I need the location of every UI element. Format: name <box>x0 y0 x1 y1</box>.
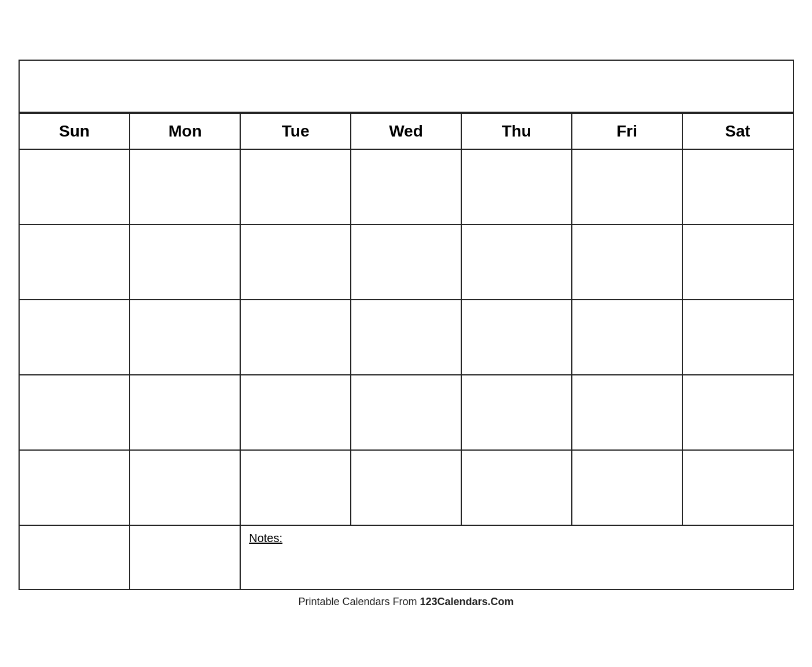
cell-5-2 <box>130 450 240 525</box>
cell-3-5 <box>461 300 572 375</box>
week-row-1 <box>20 149 793 224</box>
cell-2-2 <box>130 224 240 300</box>
week-row-4 <box>20 375 793 450</box>
notes-cell: Notes: <box>240 525 792 589</box>
cell-5-7 <box>682 450 793 525</box>
cell-3-7 <box>682 300 793 375</box>
notes-row: Notes: <box>20 525 793 589</box>
footer-text-bold: 123Calendars.Com <box>420 596 514 607</box>
footer: Printable Calendars From 123Calendars.Co… <box>19 596 794 608</box>
cell-5-5 <box>461 450 572 525</box>
cell-5-1 <box>20 450 130 525</box>
cell-1-1 <box>20 149 130 224</box>
cell-1-7 <box>682 149 793 224</box>
cell-2-6 <box>572 224 682 300</box>
cell-2-5 <box>461 224 572 300</box>
notes-label: Notes: <box>249 532 282 544</box>
calendar-grid: Sun Mon Tue Wed Thu Fri Sat <box>20 113 793 589</box>
week-row-5 <box>20 450 793 525</box>
cell-5-6 <box>572 450 682 525</box>
title-row <box>20 61 793 113</box>
col-header-sat: Sat <box>682 113 793 149</box>
calendar-container: Sun Mon Tue Wed Thu Fri Sat <box>19 60 794 590</box>
cell-1-3 <box>240 149 351 224</box>
cell-3-1 <box>20 300 130 375</box>
col-header-tue: Tue <box>240 113 351 149</box>
week-row-3 <box>20 300 793 375</box>
cell-3-4 <box>351 300 461 375</box>
cell-2-3 <box>240 224 351 300</box>
cell-2-7 <box>682 224 793 300</box>
cell-4-3 <box>240 375 351 450</box>
cell-5-4 <box>351 450 461 525</box>
cell-4-7 <box>682 375 793 450</box>
cell-3-3 <box>240 300 351 375</box>
col-header-fri: Fri <box>572 113 682 149</box>
cell-1-5 <box>461 149 572 224</box>
week-row-2 <box>20 224 793 300</box>
cell-1-2 <box>130 149 240 224</box>
cell-4-4 <box>351 375 461 450</box>
col-header-mon: Mon <box>130 113 240 149</box>
footer-text-regular: Printable Calendars From <box>298 596 420 607</box>
col-header-sun: Sun <box>20 113 130 149</box>
cell-3-6 <box>572 300 682 375</box>
cell-2-4 <box>351 224 461 300</box>
cell-5-3 <box>240 450 351 525</box>
cell-4-2 <box>130 375 240 450</box>
cell-1-4 <box>351 149 461 224</box>
page-wrapper: Sun Mon Tue Wed Thu Fri Sat <box>19 60 794 608</box>
header-row: Sun Mon Tue Wed Thu Fri Sat <box>20 113 793 149</box>
cell-1-6 <box>572 149 682 224</box>
notes-empty-2 <box>130 525 240 589</box>
cell-4-1 <box>20 375 130 450</box>
cell-3-2 <box>130 300 240 375</box>
cell-4-6 <box>572 375 682 450</box>
cell-4-5 <box>461 375 572 450</box>
notes-empty-1 <box>20 525 130 589</box>
col-header-thu: Thu <box>461 113 572 149</box>
cell-2-1 <box>20 224 130 300</box>
col-header-wed: Wed <box>351 113 461 149</box>
